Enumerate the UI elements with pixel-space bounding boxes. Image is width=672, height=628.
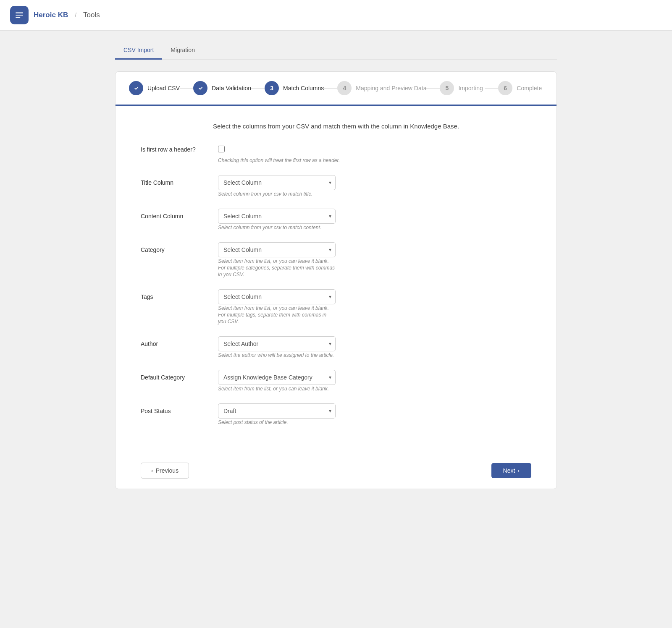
- step-circle-importing: 5: [440, 81, 454, 95]
- tags-row: Tags Select Column ▾ Select item from th…: [141, 289, 531, 324]
- tags-select-wrapper: Select Column ▾: [218, 289, 336, 304]
- step-circle-data-validation: [193, 81, 207, 95]
- form-area: Select the columns from your CSV and mat…: [116, 106, 556, 454]
- step-importing: 5 Importing: [440, 81, 485, 95]
- step-label-complete: Complete: [517, 85, 542, 92]
- content-column-select[interactable]: Select Column: [218, 209, 336, 224]
- post-status-help: Select post status of the article.: [218, 419, 288, 425]
- tab-csv-import[interactable]: CSV Import: [115, 42, 162, 60]
- tabs-navigation: CSV Import Migration: [115, 42, 557, 60]
- step-divider-5: [485, 88, 498, 89]
- post-status-field: Draft Published Pending ▾ Select post st…: [218, 403, 336, 425]
- default-category-select[interactable]: Assign Knowledge Base Category: [218, 370, 336, 385]
- category-row: Category Select Column ▾ Select item fro…: [141, 242, 531, 277]
- content-column-row: Content Column Select Column ▾ Select co…: [141, 209, 531, 230]
- next-button[interactable]: Next ›: [491, 463, 531, 478]
- post-status-select[interactable]: Draft Published Pending: [218, 403, 336, 419]
- content-column-field: Select Column ▾ Select column from your …: [218, 209, 336, 230]
- app-name: Heroic KB: [34, 11, 68, 19]
- step-upload-csv: Upload CSV: [129, 81, 180, 95]
- post-status-row: Post Status Draft Published Pending ▾ Se…: [141, 403, 531, 425]
- category-select[interactable]: Select Column: [218, 242, 336, 257]
- footer-actions: ‹ Previous Next ›: [116, 454, 556, 489]
- first-row-header-label: Is first row a header?: [141, 145, 208, 153]
- tags-field: Select Column ▾ Select item from the lis…: [218, 289, 336, 324]
- prev-arrow-icon: ‹: [151, 467, 153, 474]
- step-divider-4: [426, 88, 440, 89]
- author-help: Select the author who will be assigned t…: [218, 352, 334, 358]
- tags-select[interactable]: Select Column: [218, 289, 336, 304]
- title-column-row: Title Column Select Column ▾ Select colu…: [141, 175, 531, 197]
- step-data-validation: Data Validation: [193, 81, 251, 95]
- step-circle-upload-csv: [129, 81, 143, 95]
- default-category-field: Assign Knowledge Base Category ▾ Select …: [218, 370, 336, 392]
- category-label: Category: [141, 242, 208, 253]
- first-row-header-help: Checking this option will treat the firs…: [218, 157, 340, 163]
- step-circle-mapping: 4: [337, 81, 352, 95]
- post-status-label: Post Status: [141, 403, 208, 414]
- step-match-columns: 3 Match Columns: [265, 81, 324, 95]
- header-separator: /: [75, 12, 76, 18]
- post-status-select-wrapper: Draft Published Pending ▾: [218, 403, 336, 419]
- step-label-match-columns: Match Columns: [283, 85, 324, 92]
- step-label-data-validation: Data Validation: [212, 85, 251, 92]
- title-column-field: Select Column ▾ Select column from your …: [218, 175, 336, 197]
- category-select-wrapper: Select Column ▾: [218, 242, 336, 257]
- title-column-label: Title Column: [141, 175, 208, 186]
- category-field: Select Column ▾ Select item from the lis…: [218, 242, 336, 277]
- checkmark-icon-2: [197, 84, 204, 92]
- content-column-select-wrapper: Select Column ▾: [218, 209, 336, 224]
- title-column-select-wrapper: Select Column ▾: [218, 175, 336, 190]
- tab-migration[interactable]: Migration: [162, 42, 203, 60]
- content-column-label: Content Column: [141, 209, 208, 220]
- first-row-header-row: Is first row a header? Checking this opt…: [141, 145, 531, 163]
- default-category-label: Default Category: [141, 370, 208, 381]
- author-row: Author Select Author ▾ Select the author…: [141, 336, 531, 358]
- step-circle-complete: 6: [498, 81, 512, 95]
- first-row-header-field: Checking this option will treat the firs…: [218, 145, 340, 163]
- page-wrapper: CSV Import Migration Upload CSV: [105, 31, 567, 501]
- author-select[interactable]: Select Author: [218, 336, 336, 351]
- step-complete: 6 Complete: [498, 81, 543, 95]
- author-field: Select Author ▾ Select the author who wi…: [218, 336, 336, 358]
- step-circle-match-columns: 3: [265, 81, 279, 95]
- step-mapping-preview: 4 Mapping and Preview Data: [337, 81, 426, 95]
- header-section: Tools: [83, 11, 100, 19]
- next-label: Next: [503, 467, 515, 474]
- next-arrow-icon: ›: [517, 467, 520, 474]
- logo-icon: [14, 10, 25, 21]
- author-select-wrapper: Select Author ▾: [218, 336, 336, 351]
- tags-help: Select item from the list, or you can le…: [218, 305, 329, 324]
- steps-container: Upload CSV Data Validation 3 Match Colum…: [115, 71, 557, 489]
- step-divider-3: [324, 88, 337, 89]
- category-help: Select item from the list, or you can le…: [218, 258, 335, 277]
- step-divider-1: [180, 88, 193, 89]
- step-label-upload-csv: Upload CSV: [147, 85, 180, 92]
- form-intro-text: Select the columns from your CSV and mat…: [141, 123, 531, 130]
- steps-header: Upload CSV Data Validation 3 Match Colum…: [116, 72, 556, 106]
- step-label-mapping: Mapping and Preview Data: [356, 85, 426, 92]
- title-column-help: Select column from your csv to match tit…: [218, 191, 312, 197]
- author-label: Author: [141, 336, 208, 347]
- default-category-select-wrapper: Assign Knowledge Base Category ▾: [218, 370, 336, 385]
- step-label-importing: Importing: [458, 85, 483, 92]
- checkmark-icon-1: [132, 84, 140, 92]
- content-column-help: Select column from your csv to match con…: [218, 225, 321, 230]
- previous-label: Previous: [156, 467, 178, 474]
- step-divider-2: [251, 88, 265, 89]
- app-logo: [10, 6, 29, 24]
- title-column-select[interactable]: Select Column: [218, 175, 336, 190]
- default-category-row: Default Category Assign Knowledge Base C…: [141, 370, 531, 392]
- app-header: Heroic KB / Tools: [0, 0, 672, 31]
- tags-label: Tags: [141, 289, 208, 300]
- previous-button[interactable]: ‹ Previous: [141, 463, 189, 479]
- default-category-help: Select item from the list, or you can le…: [218, 386, 329, 392]
- first-row-header-checkbox[interactable]: [218, 146, 225, 152]
